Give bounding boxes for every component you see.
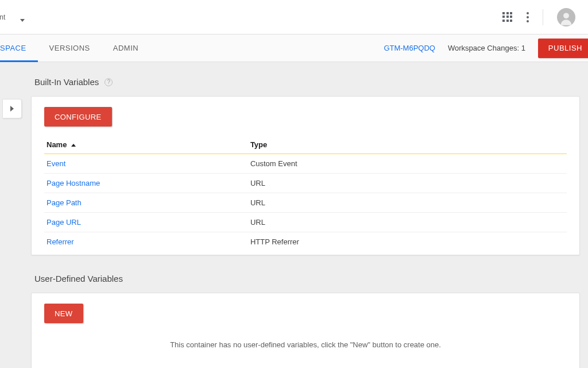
help-icon[interactable]: ? <box>105 78 113 86</box>
userdefined-section-header: User-Defined Variables <box>31 270 580 293</box>
top-bar: count <box>0 0 588 34</box>
table-row[interactable]: Page URL URL <box>44 213 567 232</box>
column-header-name[interactable]: Name <box>44 136 248 154</box>
tab-label: ADMIN <box>113 44 138 52</box>
builtin-section-header: Built-In Variables ? <box>31 74 580 96</box>
section-title: User-Defined Variables <box>34 274 123 283</box>
variable-type: Custom Event <box>248 154 567 174</box>
column-header-type[interactable]: Type <box>248 136 567 154</box>
table-row[interactable]: Page Hostname URL <box>44 174 567 193</box>
variable-link[interactable]: Page Path <box>47 198 82 207</box>
container-id-link[interactable]: GTM-M6PQDQ <box>384 44 435 52</box>
nav-tabs: SPACE VERSIONS ADMIN GTM-M6PQDQ Workspac… <box>0 34 588 62</box>
userdefined-card: NEW This container has no user-defined v… <box>31 293 580 368</box>
chevron-down-icon <box>20 19 25 22</box>
account-label: count <box>0 13 5 21</box>
empty-state-message: This container has no user-defined varia… <box>44 323 567 365</box>
more-vert-icon[interactable] <box>527 12 529 22</box>
person-icon <box>558 10 574 26</box>
avatar[interactable] <box>557 8 575 26</box>
workspace-changes-label: Workspace Changes: 1 <box>448 44 525 52</box>
variable-link[interactable]: Page URL <box>47 218 81 227</box>
builtin-table: Name Type Event Custom Event Page Host <box>44 136 567 251</box>
tab-admin[interactable]: ADMIN <box>102 34 150 62</box>
content-area: Built-In Variables ? CONFIGURE Name Type <box>0 62 588 368</box>
divider <box>543 9 543 25</box>
variable-link[interactable]: Page Hostname <box>47 179 100 187</box>
apps-icon[interactable] <box>502 12 513 22</box>
variable-type: HTTP Referrer <box>248 232 567 252</box>
tab-versions[interactable]: VERSIONS <box>38 34 102 62</box>
main-panel: Built-In Variables ? CONFIGURE Name Type <box>22 62 588 368</box>
section-title: Built-In Variables <box>34 77 99 87</box>
table-row[interactable]: Page Path URL <box>44 193 567 213</box>
new-button[interactable]: NEW <box>44 304 83 323</box>
sidebar-collapsed <box>0 62 22 368</box>
chevron-right-icon <box>10 106 14 112</box>
variable-type: URL <box>248 213 567 232</box>
variable-type: URL <box>248 193 567 213</box>
sort-asc-icon <box>71 144 76 147</box>
configure-button[interactable]: CONFIGURE <box>44 107 112 126</box>
builtin-card: CONFIGURE Name Type Event <box>31 96 580 255</box>
publish-button[interactable]: PUBLISH <box>538 39 588 58</box>
variable-link[interactable]: Referrer <box>47 237 74 246</box>
expand-sidebar-button[interactable] <box>2 99 22 118</box>
tab-label: SPACE <box>0 44 26 52</box>
account-switcher[interactable]: count <box>0 0 25 34</box>
tab-label: VERSIONS <box>49 44 90 52</box>
table-row[interactable]: Referrer HTTP Referrer <box>44 232 567 252</box>
table-row[interactable]: Event Custom Event <box>44 154 567 174</box>
svg-point-0 <box>563 13 569 18</box>
variable-type: URL <box>248 174 567 193</box>
tab-workspace[interactable]: SPACE <box>0 34 38 62</box>
variable-link[interactable]: Event <box>47 159 65 168</box>
